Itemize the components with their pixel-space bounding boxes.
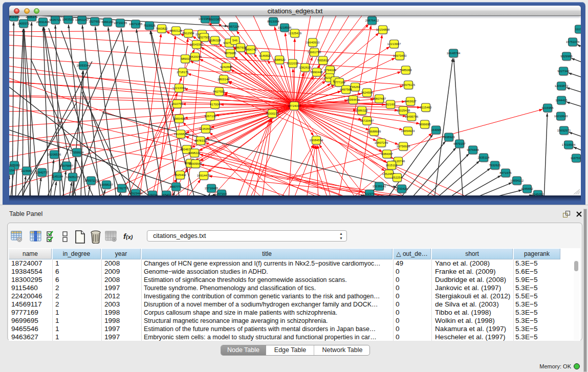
svg-text:20364436: 20364436 <box>346 98 360 101</box>
svg-text:16961758: 16961758 <box>308 51 321 54</box>
svg-text:8878332: 8878332 <box>194 139 207 142</box>
svg-text:8186328: 8186328 <box>209 39 221 42</box>
svg-text:7957224: 7957224 <box>227 25 239 28</box>
svg-text:8813054: 8813054 <box>267 20 279 23</box>
svg-text:2718176: 2718176 <box>177 71 189 74</box>
svg-text:1244415: 1244415 <box>555 99 568 102</box>
svg-text:39154: 39154 <box>9 169 15 172</box>
svg-text:20053346: 20053346 <box>77 64 91 67</box>
svg-text:15716485: 15716485 <box>205 187 219 190</box>
svg-text:6879197: 6879197 <box>453 142 466 145</box>
svg-text:8471676: 8471676 <box>499 171 512 174</box>
svg-text:12975115: 12975115 <box>402 83 416 86</box>
svg-text:252254: 252254 <box>392 176 403 179</box>
svg-text:15751074: 15751074 <box>566 40 580 43</box>
svg-text:9777169: 9777169 <box>333 81 345 84</box>
svg-text:1405572: 1405572 <box>17 22 30 25</box>
svg-text:7515526: 7515526 <box>143 24 156 27</box>
svg-text:9660124: 9660124 <box>170 29 182 32</box>
svg-text:8454749: 8454749 <box>245 48 257 51</box>
svg-text:1167531: 1167531 <box>571 157 581 160</box>
svg-text:16495796: 16495796 <box>405 115 419 118</box>
svg-text:16782759: 16782759 <box>115 187 129 190</box>
svg-text:7955812: 7955812 <box>317 59 329 62</box>
svg-text:7663822: 7663822 <box>156 27 168 30</box>
svg-text:10958107: 10958107 <box>100 183 114 186</box>
svg-text:25300215: 25300215 <box>266 112 279 115</box>
svg-text:15807249: 15807249 <box>375 141 388 144</box>
svg-text:2105171: 2105171 <box>26 16 38 18</box>
svg-text:9463627: 9463627 <box>404 100 417 103</box>
svg-text:1588520: 1588520 <box>273 58 286 61</box>
svg-text:16648784: 16648784 <box>447 52 461 55</box>
svg-text:10853257: 10853257 <box>75 18 89 21</box>
svg-text:10154808: 10154808 <box>376 28 390 31</box>
svg-text:10807487: 10807487 <box>373 97 386 100</box>
svg-text:19384554: 19384554 <box>310 139 323 142</box>
svg-text:9146821: 9146821 <box>259 54 271 57</box>
svg-text:1603381: 1603381 <box>209 18 221 21</box>
svg-text:17016504: 17016504 <box>562 143 576 146</box>
svg-text:20691406: 20691406 <box>36 20 50 24</box>
svg-text:8990448: 8990448 <box>311 71 323 74</box>
svg-text:16671355: 16671355 <box>129 23 143 26</box>
svg-text:6794028: 6794028 <box>324 69 336 72</box>
svg-text:7986322: 7986322 <box>356 109 368 112</box>
svg-text:7625402: 7625402 <box>174 173 186 177</box>
svg-text:17359924: 17359924 <box>70 151 84 154</box>
svg-text:8938923: 8938923 <box>443 136 455 139</box>
svg-text:1115682: 1115682 <box>21 169 33 172</box>
svg-text:1811974: 1811974 <box>9 16 20 18</box>
svg-text:3624554: 3624554 <box>361 91 373 94</box>
svg-text:5498222: 5498222 <box>188 151 201 155</box>
svg-text:3267130: 3267130 <box>204 115 216 118</box>
svg-text:12213967: 12213967 <box>387 42 401 46</box>
svg-text:16640910: 16640910 <box>306 41 320 44</box>
svg-text:19654923: 19654923 <box>401 129 415 133</box>
svg-text:16543362: 16543362 <box>190 43 204 46</box>
svg-text:11174: 11174 <box>575 28 581 31</box>
svg-text:6497568: 6497568 <box>340 88 352 91</box>
svg-text:164095: 164095 <box>431 128 442 132</box>
svg-text:1965498: 1965498 <box>173 117 185 120</box>
svg-text:417006: 417006 <box>210 103 221 106</box>
svg-text:7632621: 7632621 <box>489 164 501 167</box>
svg-text:12093872: 12093872 <box>555 84 569 87</box>
svg-text:19218506: 19218506 <box>278 26 292 29</box>
svg-text:1910755: 1910755 <box>171 102 183 105</box>
svg-text:9329966: 9329966 <box>560 55 573 58</box>
svg-text:8322037: 8322037 <box>287 62 299 65</box>
svg-text:10025438: 10025438 <box>397 109 410 112</box>
svg-text:62160: 62160 <box>386 103 395 106</box>
svg-text:9635721: 9635721 <box>49 18 61 21</box>
svg-text:8912954: 8912954 <box>182 32 194 35</box>
svg-text:2935114: 2935114 <box>478 156 490 159</box>
svg-text:546: 546 <box>232 39 238 42</box>
svg-text:15720407: 15720407 <box>360 119 374 122</box>
svg-text:12942737: 12942737 <box>35 171 49 174</box>
svg-text:1063521: 1063521 <box>62 18 74 21</box>
svg-text:16914473: 16914473 <box>197 174 211 177</box>
svg-text:9227342: 9227342 <box>557 70 570 73</box>
svg-text:9245652: 9245652 <box>521 187 533 190</box>
svg-text:2803144: 2803144 <box>217 78 230 81</box>
svg-text:11353594: 11353594 <box>199 127 213 130</box>
svg-text:9242848: 9242848 <box>220 65 232 69</box>
svg-text:9115460: 9115460 <box>420 106 432 109</box>
svg-text:1615112: 1615112 <box>386 164 398 167</box>
svg-text:15136141: 15136141 <box>373 185 386 188</box>
svg-text:10210643: 10210643 <box>554 115 568 118</box>
svg-text:9699695: 9699695 <box>419 123 431 126</box>
svg-text:1527602: 1527602 <box>89 20 101 23</box>
svg-text:18724007: 18724007 <box>288 104 301 107</box>
svg-text:20876412: 20876412 <box>365 19 379 22</box>
svg-text:10719155: 10719155 <box>114 21 127 25</box>
svg-text:20206536: 20206536 <box>48 153 61 156</box>
svg-text:9657771: 9657771 <box>170 185 182 188</box>
svg-text:12213369: 12213369 <box>172 86 186 90</box>
svg-text:10654112: 10654112 <box>510 179 524 182</box>
svg-text:23975887: 23975887 <box>60 164 74 167</box>
svg-text:6466160: 6466160 <box>101 20 114 24</box>
svg-text:19166825: 19166825 <box>174 133 188 136</box>
svg-text:3875685: 3875685 <box>224 52 236 55</box>
